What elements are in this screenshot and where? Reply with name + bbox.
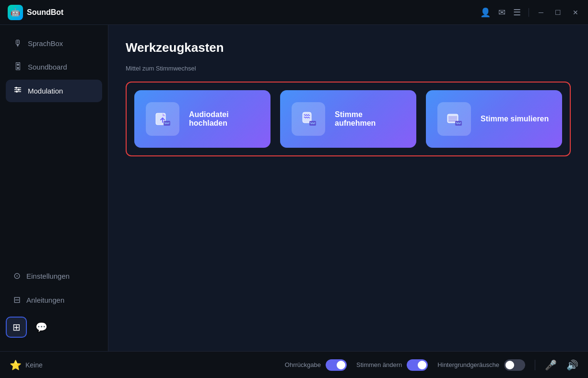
toggle-knob: [337, 361, 345, 369]
sidebar-nav: 🎙 SprachBox 🎛 Soundboard: [0, 33, 108, 311]
screenshot-button[interactable]: ⊞: [6, 317, 27, 338]
app-name: SoundBot: [27, 8, 63, 17]
record-label: Stimme aufnehmen: [335, 110, 405, 128]
preset-label: Keine: [25, 361, 43, 369]
simulate-icon: [437, 102, 471, 136]
speaker-icon[interactable]: 🔊: [566, 359, 578, 371]
preset-selector[interactable]: ⭐ Keine: [10, 359, 43, 371]
upload-icon: [146, 102, 179, 136]
sidebar-item-label: Soundboard: [28, 63, 67, 71]
soundboard-icon: 🎛: [13, 62, 22, 72]
tool-cards-wrapper: Audiodatei hochladen Stimme aufnehmen: [126, 82, 571, 156]
svg-point-3: [15, 87, 17, 89]
tool-cards: Audiodatei hochladen Stimme aufnehmen: [134, 90, 562, 148]
sidebar-footer: ⊞ 💬: [0, 311, 108, 343]
content-subtitle: Mittel zum Stimmwechsel: [126, 65, 571, 72]
ohrruckgabe-toggle[interactable]: [326, 359, 347, 371]
upload-label: Audiodatei hochladen: [189, 110, 259, 128]
record-icon: [292, 102, 325, 136]
sidebar-item-modulation[interactable]: Modulation: [6, 80, 102, 102]
toggle-knob: [506, 361, 514, 369]
user-icon[interactable]: 👤: [480, 7, 491, 18]
toggle-knob: [418, 361, 426, 369]
ohrruckgabe-toggle-group: Ohrrückgabe: [285, 359, 347, 371]
logo-icon: 🤖: [8, 5, 23, 20]
sidebar: 🎙 SprachBox 🎛 Soundboard: [0, 25, 108, 351]
microphone-icon: 🎙: [13, 38, 22, 48]
guide-icon: ⊟: [13, 295, 21, 305]
sidebar-item-anleitungen[interactable]: ⊟ Anleitungen: [6, 289, 102, 311]
mic-icon[interactable]: 🎤: [545, 359, 557, 371]
mail-icon[interactable]: ✉: [498, 7, 506, 18]
svg-point-4: [18, 89, 20, 91]
titlebar-separator: [529, 8, 529, 17]
sidebar-item-label: Modulation: [28, 87, 63, 95]
simulate-card[interactable]: Stimme simulieren: [426, 90, 562, 148]
hintergrund-toggle[interactable]: [504, 359, 525, 371]
svg-point-5: [16, 91, 18, 93]
sidebar-item-label: SprachBox: [28, 39, 63, 47]
app-logo: 🤖 SoundBot: [8, 5, 63, 20]
hintergrund-label: Hintergrundgeräusche: [437, 361, 499, 368]
sidebar-item-soundboard[interactable]: 🎛 Soundboard: [6, 56, 102, 78]
star-icon: ⭐: [10, 359, 22, 371]
status-separator: [535, 360, 535, 370]
whatsapp-button[interactable]: 💬: [31, 317, 52, 338]
ohrruckgabe-label: Ohrrückgabe: [285, 361, 321, 368]
stimmen-label: Stimmen ändern: [356, 361, 402, 368]
sidebar-item-einstellungen[interactable]: ⊙ Einstellungen: [6, 265, 102, 287]
close-button[interactable]: ✕: [571, 8, 580, 17]
titlebar: 🤖 SoundBot 👤 ✉ ☰ ─ ☐ ✕: [0, 0, 588, 25]
content-area: Werkzeugkasten Mittel zum Stimmwechsel: [108, 25, 588, 351]
sidebar-item-label: Anleitungen: [26, 296, 64, 304]
stimmen-toggle[interactable]: [407, 359, 428, 371]
page-title: Werkzeugkasten: [126, 40, 571, 55]
modulation-icon: [13, 85, 22, 96]
upload-card[interactable]: Audiodatei hochladen: [134, 90, 270, 148]
settings-icon: ⊙: [13, 271, 21, 281]
statusbar: ⭐ Keine Ohrrückgabe Stimmen ändern Hinte…: [0, 351, 588, 378]
menu-icon[interactable]: ☰: [513, 7, 521, 18]
status-right: Ohrrückgabe Stimmen ändern Hintergrundge…: [285, 359, 578, 371]
maximize-button[interactable]: ☐: [553, 8, 563, 17]
titlebar-controls: 👤 ✉ ☰ ─ ☐ ✕: [480, 7, 580, 18]
simulate-label: Stimme simulieren: [481, 115, 549, 123]
record-card[interactable]: Stimme aufnehmen: [280, 90, 416, 148]
sidebar-item-label: Einstellungen: [26, 272, 70, 280]
sidebar-item-sprachbox[interactable]: 🎙 SprachBox: [6, 33, 102, 54]
minimize-button[interactable]: ─: [537, 8, 545, 17]
stimmen-toggle-group: Stimmen ändern: [356, 359, 428, 371]
main-layout: 🎙 SprachBox 🎛 Soundboard: [0, 25, 588, 351]
hintergrund-toggle-group: Hintergrundgeräusche: [437, 359, 525, 371]
